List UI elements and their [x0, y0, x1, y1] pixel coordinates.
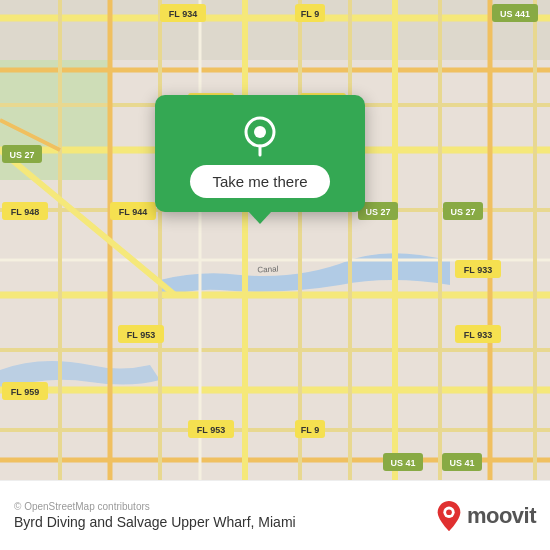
location-pin-icon — [238, 113, 282, 157]
svg-point-65 — [254, 126, 266, 138]
map-attribution: © OpenStreetMap contributors — [14, 501, 296, 512]
svg-text:US 27: US 27 — [9, 150, 34, 160]
bottom-left: © OpenStreetMap contributors Byrd Diving… — [14, 501, 296, 530]
map-svg: FL 934 FL 9 US 441 US 27 FL 944 FL 944 F… — [0, 0, 550, 480]
svg-point-68 — [446, 509, 452, 515]
svg-text:US 441: US 441 — [500, 9, 530, 19]
svg-text:FL 959: FL 959 — [11, 387, 39, 397]
svg-text:US 41: US 41 — [449, 458, 474, 468]
moovit-logo: moovit — [435, 499, 536, 533]
svg-text:FL 953: FL 953 — [197, 425, 225, 435]
svg-text:FL 933: FL 933 — [464, 330, 492, 340]
svg-text:FL 944: FL 944 — [119, 207, 147, 217]
svg-text:FL 953: FL 953 — [127, 330, 155, 340]
svg-text:FL 948: FL 948 — [11, 207, 39, 217]
take-me-there-button[interactable]: Take me there — [190, 165, 329, 198]
svg-text:FL 933: FL 933 — [464, 265, 492, 275]
svg-text:US 27: US 27 — [365, 207, 390, 217]
map-container: FL 934 FL 9 US 441 US 27 FL 944 FL 944 F… — [0, 0, 550, 480]
svg-text:Canal: Canal — [257, 264, 279, 274]
svg-text:US 41: US 41 — [390, 458, 415, 468]
svg-rect-2 — [0, 0, 550, 60]
svg-text:FL 934: FL 934 — [169, 9, 197, 19]
svg-text:FL 9: FL 9 — [301, 425, 319, 435]
moovit-pin-icon — [435, 499, 463, 533]
location-name: Byrd Diving and Salvage Upper Wharf, Mia… — [14, 514, 296, 530]
bottom-bar: © OpenStreetMap contributors Byrd Diving… — [0, 480, 550, 550]
svg-text:FL 9: FL 9 — [301, 9, 319, 19]
popup-card: Take me there — [155, 95, 365, 212]
svg-text:US 27: US 27 — [450, 207, 475, 217]
moovit-text: moovit — [467, 503, 536, 529]
